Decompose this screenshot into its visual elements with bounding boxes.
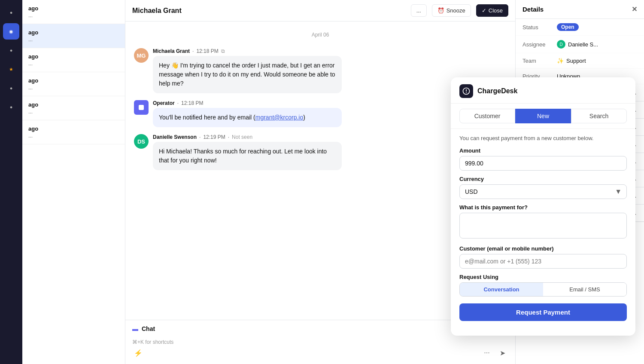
team-value: ✨ Support [557, 58, 586, 64]
sidebar-item-3[interactable]: ● [3, 42, 19, 58]
details-header: Details ✕ [516, 0, 644, 19]
request-payment-button[interactable]: Request Payment [459, 303, 627, 321]
message-time: · [192, 48, 194, 54]
snooze-button[interactable]: ⏰ Snooze [432, 4, 471, 17]
request-conversation-option[interactable]: Conversation [460, 283, 543, 296]
status-value: Open [557, 23, 579, 31]
currency-select-wrap: USD EUR GBP CAD AUD ▼ [459, 184, 627, 199]
chargedesk-title: ChargeDesk [477, 87, 517, 95]
more-options-button[interactable]: ... [411, 4, 427, 17]
team-row: Team ✨ Support [516, 53, 644, 69]
chat-actions-bar: ⚡ ··· ➤ [132, 347, 508, 359]
message-sender: Operator [153, 100, 175, 106]
sidebar-item-2[interactable]: ◉ [3, 23, 19, 40]
message-time: 12:19 PM [203, 134, 225, 140]
message-sender: Michaela Grant [153, 48, 190, 54]
sidebar-item-5[interactable]: ● [3, 80, 19, 96]
list-item[interactable]: ago ... [22, 48, 125, 72]
currency-label: Currency [459, 176, 627, 182]
list-item-name: ago [28, 29, 119, 36]
svg-rect-0 [139, 105, 144, 110]
tab-new[interactable]: New [515, 109, 571, 123]
status-label: Status [522, 24, 553, 31]
more-icon: ... [416, 7, 421, 14]
date-divider: April 06 [134, 32, 507, 38]
list-item[interactable]: ago ... [22, 72, 125, 96]
list-item-name: ago [28, 53, 119, 60]
copy-icon[interactable]: ⧉ [221, 48, 225, 54]
seen-status: Not seen [232, 134, 252, 140]
chat-header: Michaela Grant ... ⏰ Snooze ✓ Close [125, 0, 515, 21]
close-button[interactable]: ✓ Close [476, 4, 508, 17]
customer-label: Customer (email or mobile number) [459, 245, 627, 252]
chargedesk-popup: ChargeDesk Customer New Search You can r… [451, 77, 635, 336]
clock-icon: ⏰ [437, 7, 444, 14]
currency-select[interactable]: USD EUR GBP CAD AUD [459, 184, 627, 199]
tab-search[interactable]: Search [571, 109, 627, 123]
chargedesk-header: ChargeDesk [451, 77, 635, 104]
avatar [134, 100, 149, 115]
request-using-label: Request Using [459, 274, 627, 280]
list-item-name: ago [28, 125, 119, 132]
sidebar-item-1[interactable]: ● [3, 4, 19, 21]
amount-label: Amount [459, 147, 627, 154]
email-link[interactable]: mgrant@krcorp.io [255, 114, 303, 121]
shortcut-hint: ⌘+K for shortcuts [132, 336, 508, 347]
list-item[interactable]: ago ... [22, 24, 125, 48]
sidebar-icon-2: ◉ [9, 29, 13, 34]
list-item-preview: ... [28, 12, 119, 18]
status-badge: Open [557, 23, 579, 31]
request-using-group: Conversation Email / SMS [459, 282, 627, 297]
customer-input[interactable] [459, 254, 627, 269]
message-bubble: Hey 👋 I'm trying to cancel the order I j… [153, 56, 342, 93]
details-title: Details [522, 6, 544, 13]
sidebar-item-4[interactable]: ★ [3, 61, 19, 77]
assignee-label: Assignee [522, 41, 553, 48]
chat-mode-label: Chat [142, 325, 155, 332]
close-icon[interactable]: ✕ [632, 5, 637, 13]
payment-for-input[interactable] [459, 213, 627, 239]
list-item[interactable]: ago ... [22, 96, 125, 120]
request-email-sms-option[interactable]: Email / SMS [543, 283, 626, 296]
conversation-title: Michaela Grant [132, 7, 406, 15]
checkmark-icon: ✓ [482, 7, 486, 14]
message-time: 12:18 PM [196, 48, 218, 54]
status-row: Status Open [516, 19, 644, 36]
star-icon: ★ [9, 67, 13, 72]
list-item-preview: ... [28, 109, 119, 115]
avatar: MG [134, 48, 149, 63]
separator: · [228, 134, 229, 140]
separator: · [177, 100, 179, 106]
list-item-preview: ... [28, 37, 119, 43]
message-bubble: You'll be notified here and by email (mg… [153, 108, 342, 127]
list-item[interactable]: ago ... [22, 0, 125, 24]
list-item-name: ago [28, 101, 119, 108]
sidebar-icon-6: ● [10, 104, 13, 110]
sidebar-icon-1: ● [10, 10, 13, 15]
sidebar-icon-5: ● [10, 86, 13, 91]
chargedesk-subtitle: You can request payment from a new custo… [459, 135, 627, 141]
sidebar-item-6[interactable]: ● [3, 99, 19, 115]
tab-customer[interactable]: Customer [459, 109, 515, 123]
sidebar: ● ◉ ● ★ ● ● [0, 0, 22, 364]
list-item-name: ago [28, 5, 119, 12]
amount-input[interactable] [459, 156, 627, 171]
chat-icon: ▬ [132, 325, 138, 332]
send-icon[interactable]: ➤ [496, 347, 508, 359]
list-item-preview: ... [28, 133, 119, 139]
assignee-avatar: D [557, 40, 565, 49]
list-item-name: ago [28, 77, 119, 84]
payment-for-label: What is this payment for? [459, 204, 627, 211]
message-sender: Danielle Swenson [153, 134, 197, 140]
separator: · [199, 134, 200, 140]
list-item-preview: ... [28, 85, 119, 91]
message-meta: Michaela Grant · 12:18 PM ⧉ [153, 48, 507, 54]
message-time: 12:18 PM [181, 100, 203, 106]
lightning-icon[interactable]: ⚡ [132, 347, 144, 359]
chargedesk-logo [459, 84, 473, 98]
avatar: DS [134, 134, 149, 149]
assignee-value: D Danielle S... [557, 40, 598, 49]
conversation-list: ago ... ago ... ago ... ago ... ago ... … [22, 0, 125, 364]
list-item[interactable]: ago ... [22, 120, 125, 144]
more-options-icon[interactable]: ··· [481, 347, 493, 359]
